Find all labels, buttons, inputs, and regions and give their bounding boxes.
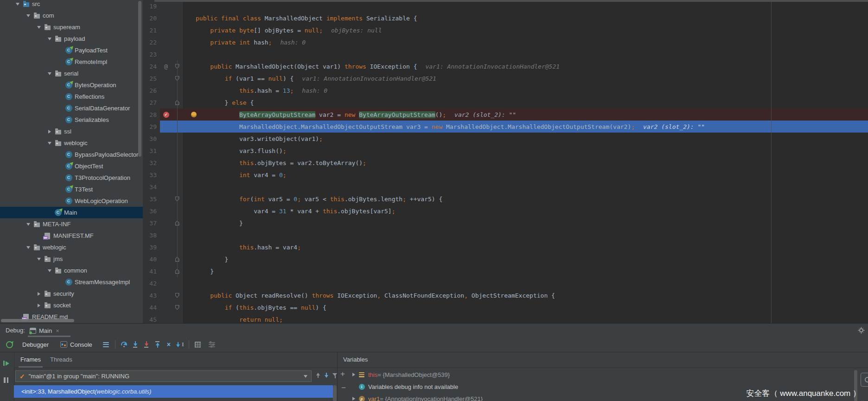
project-vertical-scrollbar[interactable] bbox=[138, 1, 141, 157]
close-icon[interactable]: × bbox=[56, 327, 59, 334]
frames-scrollbar[interactable] bbox=[333, 385, 337, 401]
breakpoint-icon[interactable]: ✓ bbox=[160, 112, 172, 118]
code-line-44[interactable]: 44 if (this.objBytes == null) { bbox=[143, 301, 868, 313]
tree-expand-icon[interactable] bbox=[35, 258, 43, 261]
tree-item-com[interactable]: com bbox=[0, 10, 143, 21]
frame-list-item[interactable]: <init>:33, MarshalledObject (weblogic.co… bbox=[14, 385, 333, 398]
tree-item-payload[interactable]: payload bbox=[0, 33, 143, 45]
variable-row-this[interactable]: this = {MarshalledObject@539} bbox=[351, 369, 849, 381]
tree-item-manifest-mf[interactable]: MFMANIFEST.MF bbox=[0, 230, 143, 242]
tree-item-meta-inf[interactable]: META-INF bbox=[0, 218, 143, 230]
tree-expand-icon[interactable] bbox=[25, 223, 32, 226]
run-to-cursor-button[interactable]: I bbox=[174, 339, 185, 350]
expander-icon[interactable] bbox=[351, 373, 357, 376]
code-line-38[interactable]: 38 bbox=[143, 229, 868, 241]
code-line-36[interactable]: 36 var4 = 31 * var4 + this.objBytes[var5… bbox=[143, 205, 868, 217]
code-line-34[interactable]: 34 bbox=[143, 181, 868, 193]
project-horizontal-scrollbar[interactable] bbox=[1, 319, 74, 322]
menu-icon[interactable] bbox=[101, 339, 112, 350]
code-line-32[interactable]: 32 this.objBytes = var2.toByteArray(); bbox=[143, 157, 868, 169]
resume-button[interactable] bbox=[3, 361, 9, 366]
code-line-35[interactable]: 35 for(int var5 = 0; var5 < this.objByte… bbox=[143, 193, 868, 205]
code-line-29[interactable]: 29 MarshalledObject.MarshalledObjectOutp… bbox=[143, 121, 868, 133]
bulb-icon[interactable] bbox=[191, 112, 197, 117]
step-out-button[interactable] bbox=[152, 339, 163, 350]
drop-frame-button[interactable]: × bbox=[163, 339, 174, 350]
code-line-24[interactable]: 24@ public MarshalledObject(Object var1)… bbox=[143, 60, 868, 72]
pause-button[interactable] bbox=[4, 377, 8, 383]
tree-item-bypasspayloadselector[interactable]: CBypassPayloadSelector bbox=[0, 149, 143, 160]
code-line-40[interactable]: 40 } bbox=[143, 253, 868, 265]
tree-item-remoteimpl[interactable]: CRemoteImpl bbox=[0, 56, 143, 68]
gear-icon[interactable] bbox=[858, 327, 865, 334]
code-line-22[interactable]: 22 private int hash;hash: 0 bbox=[143, 36, 868, 48]
expander-icon[interactable] bbox=[351, 397, 357, 401]
tree-expand-icon[interactable] bbox=[35, 26, 43, 29]
tree-expand-icon[interactable] bbox=[35, 292, 43, 296]
frame-up-icon[interactable] bbox=[316, 373, 320, 378]
debug-tab-main[interactable]: Main × bbox=[30, 325, 59, 336]
code-line-41[interactable]: 41 } bbox=[143, 265, 868, 277]
tree-expand-icon[interactable] bbox=[46, 142, 53, 145]
code-line-25[interactable]: 25 if (var1 == null) {var1: AnnotationIn… bbox=[143, 72, 868, 84]
code-line-20[interactable]: 20public final class MarshalledObject im… bbox=[143, 12, 868, 24]
code-line-21[interactable]: 21 private byte[] objBytes = null;objByt… bbox=[143, 24, 868, 36]
code-line-39[interactable]: 39 this.hash = var4; bbox=[143, 241, 868, 253]
fold-icon[interactable] bbox=[172, 293, 182, 298]
code-line-43[interactable]: 43 public Object readResolve() throws IO… bbox=[143, 289, 868, 301]
tree-item-t3test[interactable]: CT3Test bbox=[0, 184, 143, 195]
tree-expand-icon[interactable] bbox=[35, 304, 43, 307]
tree-expand-icon[interactable] bbox=[46, 72, 53, 75]
tree-item-serializables[interactable]: CSerializables bbox=[0, 114, 143, 126]
tab-console[interactable]: Console bbox=[69, 341, 95, 348]
thread-selector[interactable]: ✓ "main"@1 in group "main": RUNNING bbox=[15, 370, 312, 382]
console-icon[interactable] bbox=[58, 339, 69, 350]
panel-splitter[interactable] bbox=[337, 352, 338, 401]
tree-item-ssl[interactable]: ssl bbox=[0, 126, 143, 137]
tree-item-payloadtest[interactable]: CPayloadTest bbox=[0, 45, 143, 56]
code-line-27[interactable]: 27 } else { bbox=[143, 96, 868, 108]
tree-item-objecttest[interactable]: CObjectTest bbox=[0, 160, 143, 172]
layout-settings-button[interactable] bbox=[206, 339, 217, 350]
tree-item-socket[interactable]: socket bbox=[0, 299, 143, 311]
tree-item-main[interactable]: CMain bbox=[0, 207, 143, 218]
code-line-33[interactable]: 33 int var4 = 0; bbox=[143, 169, 868, 181]
tree-expand-icon[interactable] bbox=[46, 269, 53, 272]
tree-expand-icon[interactable] bbox=[46, 130, 53, 134]
tree-item-src[interactable]: src bbox=[0, 0, 143, 10]
tree-item-jms[interactable]: jms bbox=[0, 253, 143, 265]
tree-item-weblogic[interactable]: weblogic bbox=[0, 137, 143, 149]
code-lines[interactable]: 1920public final class MarshalledObject … bbox=[143, 0, 868, 323]
tree-item-weblogic[interactable]: weblogic bbox=[0, 242, 143, 253]
code-line-37[interactable]: 37 } bbox=[143, 217, 868, 229]
search-box[interactable] bbox=[861, 373, 868, 387]
tree-item-serial[interactable]: serial bbox=[0, 68, 143, 79]
code-line-45[interactable]: 45 return null; bbox=[143, 313, 868, 323]
tree-item-weblogicoperation[interactable]: CWebLogicOperation bbox=[0, 195, 143, 207]
tree-item-common[interactable]: common bbox=[0, 265, 143, 276]
code-line-31[interactable]: 31 var3.flush(); bbox=[143, 145, 868, 157]
tree-item-t3protocoloperation[interactable]: CT3ProtocolOperation bbox=[0, 172, 143, 184]
code-editor[interactable]: 1920public final class MarshalledObject … bbox=[143, 0, 868, 323]
tab-debugger[interactable]: Debugger bbox=[19, 341, 51, 348]
tree-item-supeream[interactable]: supeream bbox=[0, 21, 143, 33]
code-line-42[interactable]: 42 bbox=[143, 277, 868, 289]
tree-expand-icon[interactable] bbox=[25, 246, 32, 249]
fold-icon[interactable] bbox=[172, 305, 182, 310]
step-into-button[interactable] bbox=[130, 339, 141, 350]
code-line-30[interactable]: 30 var3.writeObject(var1); bbox=[143, 133, 868, 145]
rerun-button[interactable] bbox=[4, 339, 15, 350]
tree-item-security[interactable]: security bbox=[0, 288, 143, 299]
code-line-28[interactable]: 28✓ ByteArrayOutputStream var2 = new Byt… bbox=[143, 108, 868, 121]
tree-item-bytesoperation[interactable]: CBytesOperation bbox=[0, 79, 143, 91]
tree-expand-icon[interactable] bbox=[25, 14, 32, 17]
remove-watch-button[interactable]: − bbox=[341, 384, 346, 392]
tree-item-reflections[interactable]: CReflections bbox=[0, 91, 143, 102]
step-over-button[interactable] bbox=[119, 339, 130, 350]
code-line-26[interactable]: 26 this.hash = 13;hash: 0 bbox=[143, 84, 868, 96]
add-watch-button[interactable]: + bbox=[340, 370, 345, 378]
frame-down-icon[interactable] bbox=[324, 373, 329, 378]
tree-item-streammessageimpl[interactable]: CStreamMessageImpl bbox=[0, 276, 143, 288]
tree-item-serialdatagenerator[interactable]: CSerialDataGenerator bbox=[0, 102, 143, 114]
tree-expand-icon[interactable] bbox=[46, 38, 53, 40]
